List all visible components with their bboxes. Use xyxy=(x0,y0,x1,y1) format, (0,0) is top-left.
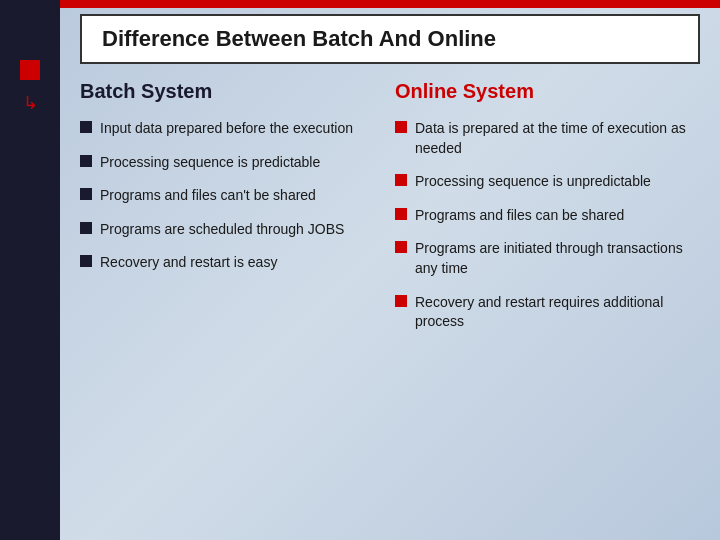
online-item-1: Data is prepared at the time of executio… xyxy=(395,119,700,158)
batch-item-2: Processing sequence is predictable xyxy=(80,153,385,173)
batch-item-3-text: Programs and files can't be shared xyxy=(100,186,385,206)
page-title: Difference Between Batch And Online xyxy=(102,26,496,51)
bullet-icon-3 xyxy=(80,188,92,200)
bullet-icon-5 xyxy=(80,255,92,267)
online-bullet-icon-3 xyxy=(395,208,407,220)
bullet-icon-1 xyxy=(80,121,92,133)
online-item-5-text: Recovery and restart requires additional… xyxy=(415,293,700,332)
top-bar xyxy=(0,0,720,8)
online-bullet-icon-1 xyxy=(395,121,407,133)
main-content: Difference Between Batch And Online Batc… xyxy=(60,0,720,540)
batch-item-5-text: Recovery and restart is easy xyxy=(100,253,385,273)
batch-item-2-text: Processing sequence is predictable xyxy=(100,153,385,173)
online-bullet-icon-4 xyxy=(395,241,407,253)
batch-item-4: Programs are scheduled through JOBS xyxy=(80,220,385,240)
batch-header: Batch System xyxy=(80,80,385,107)
left-arrow-icon: ↳ xyxy=(23,92,38,114)
left-square-icon xyxy=(20,60,40,80)
online-item-5: Recovery and restart requires additional… xyxy=(395,293,700,332)
online-bullet-icon-5 xyxy=(395,295,407,307)
online-item-2-text: Processing sequence is unpredictable xyxy=(415,172,700,192)
online-item-3-text: Programs and files can be shared xyxy=(415,206,700,226)
online-header: Online System xyxy=(395,80,700,107)
bullet-icon-4 xyxy=(80,222,92,234)
batch-item-4-text: Programs are scheduled through JOBS xyxy=(100,220,385,240)
online-item-4-text: Programs are initiated through transacti… xyxy=(415,239,700,278)
slide: ↳ Difference Between Batch And Online Ba… xyxy=(0,0,720,540)
online-item-2: Processing sequence is unpredictable xyxy=(395,172,700,192)
bullet-icon-2 xyxy=(80,155,92,167)
online-item-3: Programs and files can be shared xyxy=(395,206,700,226)
columns-container: Batch System Input data prepared before … xyxy=(80,80,700,346)
batch-item-3: Programs and files can't be shared xyxy=(80,186,385,206)
online-item-4: Programs are initiated through transacti… xyxy=(395,239,700,278)
batch-item-1: Input data prepared before the execution xyxy=(80,119,385,139)
batch-item-1-text: Input data prepared before the execution xyxy=(100,119,385,139)
online-bullet-icon-2 xyxy=(395,174,407,186)
online-column: Online System Data is prepared at the ti… xyxy=(395,80,700,346)
left-bar: ↳ xyxy=(0,0,60,540)
batch-column: Batch System Input data prepared before … xyxy=(80,80,385,346)
title-box: Difference Between Batch And Online xyxy=(80,14,700,64)
online-item-1-text: Data is prepared at the time of executio… xyxy=(415,119,700,158)
batch-item-5: Recovery and restart is easy xyxy=(80,253,385,273)
